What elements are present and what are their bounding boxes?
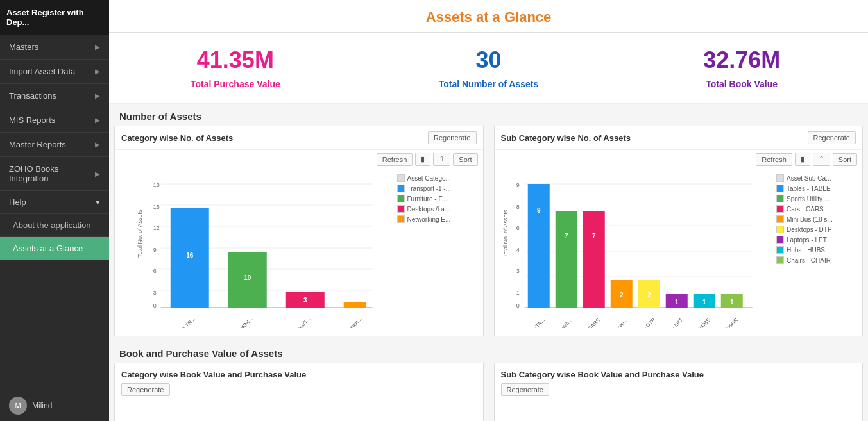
legend-color-transport [397, 185, 405, 192]
legend-color-dtp [776, 226, 784, 233]
svg-text:1: 1 [516, 290, 519, 296]
svg-text:18: 18 [153, 182, 160, 188]
arrow-icon: ▶ [95, 44, 100, 51]
legend-item-transport: Transport -1 -... [397, 185, 478, 192]
svg-text:12: 12 [153, 225, 160, 231]
subcategory-bar-icon-button[interactable]: ▮ [795, 153, 810, 166]
kpi-value-purchase: 41.35M [115, 47, 355, 74]
category-chart-area: 18 15 12 9 6 3 0 Total No. of Assets [115, 169, 483, 336]
subcategory-share-icon-button[interactable]: ⇧ [813, 153, 830, 166]
sidebar-item-import[interactable]: Import Asset Data ▶ [0, 60, 109, 84]
book-purchase-row: Category wise Book Value and Purchase Va… [109, 363, 868, 421]
sidebar-item-label: MIS Reports [9, 115, 55, 125]
legend-color-networking [397, 215, 405, 223]
sidebar-item-about[interactable]: About the application [0, 214, 109, 237]
svg-text:3: 3 [153, 290, 157, 296]
svg-text:3: 3 [516, 268, 519, 274]
legend-subcat-hubs: Hubs - HUBS [776, 246, 857, 254]
subcategory-chart-toolbar: Refresh ▮ ⇧ Sort [495, 150, 863, 169]
svg-text:Desktops - DTP: Desktops - DTP [626, 317, 656, 328]
subcategory-bar-chart: 9 8 6 4 3 1 0 Total No. of Assets [500, 174, 774, 328]
sidebar-item-transactions[interactable]: Transactions ▶ [0, 84, 109, 108]
sidebar-item-assets-glance[interactable]: Assets at a Glance [0, 237, 109, 260]
category-share-icon-button[interactable]: ⇧ [433, 153, 450, 166]
svg-text:10: 10 [244, 274, 251, 281]
legend-item-desktops: Desktops /La... [397, 205, 478, 213]
sidebar-item-masters[interactable]: Masters ▶ [0, 35, 109, 60]
svg-text:7: 7 [591, 233, 595, 240]
kpi-section: 41.35M Total Purchase Value 30 Total Num… [109, 33, 868, 104]
legend-item-furniture: Furniture - F... [397, 195, 478, 202]
subcategory-chart-svg-area: 9 8 6 4 3 1 0 Total No. of Assets [500, 174, 774, 331]
legend-subcat-desktops: Desktops - DTP [776, 226, 857, 233]
legend-color-lpt [776, 236, 784, 244]
svg-text:Desktops/Laptops/T...: Desktops/Laptops/T... [273, 317, 312, 328]
arrow-icon: ▶ [95, 68, 100, 75]
svg-text:1: 1 [674, 299, 678, 306]
svg-rect-39 [583, 211, 604, 308]
sidebar: Asset Register with Dep... Masters ▶ Imp… [0, 0, 109, 421]
main-content: Assets at a Glance 41.35M Total Purchase… [109, 0, 868, 421]
bar-networking [344, 302, 366, 308]
svg-text:1: 1 [702, 299, 706, 306]
subcategory-refresh-button[interactable]: Refresh [756, 153, 792, 166]
subcategory-chart-legend: Asset Sub Ca... Tables - TABLE Sports Ut… [774, 174, 857, 331]
svg-text:2: 2 [647, 292, 651, 299]
sidebar-item-help[interactable]: Help ▾ [0, 191, 109, 214]
kpi-label-purchase: Total Purchase Value [115, 79, 355, 89]
svg-text:15: 15 [153, 204, 160, 210]
subcategory-sort-button[interactable]: Sort [833, 153, 857, 166]
sidebar-item-mis[interactable]: MIS Reports ▶ [0, 108, 109, 133]
legend-color-desktops [397, 205, 405, 213]
svg-text:7: 7 [564, 233, 568, 240]
legend-item-header: Asset Catego... [397, 174, 478, 182]
legend-color-tables [776, 185, 784, 192]
legend-color-hubs [776, 246, 784, 254]
category-chart-svg-area: 18 15 12 9 6 3 0 Total No. of Assets [120, 174, 395, 331]
username: Milind [32, 401, 52, 410]
legend-subcat-chairs: Chairs - CHAIR [776, 256, 857, 264]
book-category-regenerate-button[interactable]: Regenerate [121, 383, 170, 396]
svg-text:Total No. of Assets: Total No. of Assets [137, 210, 143, 258]
svg-text:Networking Equipmen...: Networking Equipmen... [320, 317, 362, 328]
sidebar-item-master-reports[interactable]: Master Reports ▶ [0, 133, 109, 157]
arrow-icon: ▶ [95, 117, 100, 124]
legend-subcat-laptops: Laptops - LPT [776, 236, 857, 244]
legend-subcat-sports: Sports Utility ... [776, 195, 857, 202]
svg-text:1: 1 [729, 299, 733, 306]
subcategory-chart-title: Sub Category wise No. of Assets [501, 133, 631, 143]
category-bar-icon-button[interactable]: ▮ [415, 153, 430, 166]
subcategory-regenerate-button[interactable]: Regenerate [808, 131, 856, 144]
arrow-icon: ▶ [95, 141, 100, 148]
book-panel-subcategory-title: Sub Category wise Book Value and Purchas… [501, 370, 856, 379]
svg-text:0: 0 [516, 302, 519, 309]
svg-text:4: 4 [516, 247, 519, 253]
svg-text:Furniture FURNI...: Furniture FURNI... [220, 317, 254, 328]
subcategory-chart-panel: Sub Category wise No. of Assets Regenera… [494, 126, 864, 336]
legend-color [776, 174, 784, 182]
page-title: Assets at a Glance [109, 0, 868, 33]
book-subcategory-regenerate-button[interactable]: Regenerate [501, 383, 550, 396]
sidebar-item-label: ZOHO Books Integration [9, 164, 95, 183]
book-panel-subcategory: Sub Category wise Book Value and Purchas… [494, 363, 864, 421]
category-sort-button[interactable]: Sort [453, 153, 477, 166]
svg-text:0: 0 [153, 302, 157, 309]
legend-color-minibus [776, 215, 784, 223]
category-refresh-button[interactable]: Refresh [377, 153, 413, 166]
assets-glance-label: Assets at a Glance [13, 244, 83, 253]
legend-item-networking: Networking E... [397, 215, 478, 223]
svg-text:6: 6 [516, 225, 519, 231]
sidebar-item-zoho[interactable]: ZOHO Books Integration ▶ [0, 157, 109, 191]
kpi-label-book: Total Book Value [622, 79, 862, 89]
kpi-value-book: 32.76M [622, 47, 862, 74]
svg-text:9: 9 [153, 247, 157, 253]
svg-text:Transport-1 TR...: Transport-1 TR... [165, 317, 196, 328]
legend-color-chair [776, 256, 784, 264]
legend-subcat-minibus: Mini Bus (18 s... [776, 215, 857, 223]
category-chart-legend: Asset Catego... Transport -1 -... Furnit… [395, 174, 478, 331]
arrow-icon: ▶ [95, 92, 100, 99]
subcategory-chart-header: Sub Category wise No. of Assets Regenera… [495, 126, 863, 150]
arrow-icon: ▶ [95, 170, 100, 177]
category-regenerate-button[interactable]: Regenerate [428, 131, 477, 144]
legend-color-furniture [397, 195, 405, 202]
